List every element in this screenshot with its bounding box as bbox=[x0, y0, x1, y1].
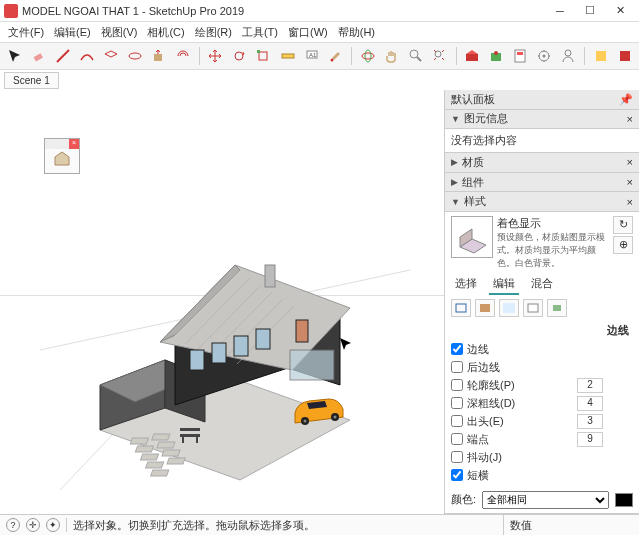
svg-point-33 bbox=[334, 416, 337, 419]
color-swatch[interactable] bbox=[615, 493, 633, 507]
panel-close-icon[interactable]: × bbox=[627, 156, 633, 168]
check-endpoints[interactable]: 端点9 bbox=[451, 432, 633, 447]
tab-mix[interactable]: 混合 bbox=[527, 274, 557, 295]
menu-draw[interactable]: 绘图(R) bbox=[191, 23, 236, 42]
measurements-label: 数值 bbox=[510, 518, 532, 533]
close-button[interactable]: ✕ bbox=[605, 2, 635, 20]
svg-point-10 bbox=[365, 50, 371, 62]
svg-rect-0 bbox=[33, 53, 42, 61]
svg-rect-3 bbox=[259, 52, 267, 60]
menu-view[interactable]: 视图(V) bbox=[97, 23, 142, 42]
materials-header[interactable]: ▶ 材质 × bbox=[445, 153, 639, 173]
svg-rect-51 bbox=[553, 305, 561, 311]
help-icon[interactable]: ? bbox=[6, 518, 20, 532]
face-settings-button[interactable] bbox=[475, 299, 495, 317]
orbit-tool[interactable] bbox=[357, 45, 378, 67]
app-logo bbox=[4, 4, 18, 18]
panel-close-icon[interactable]: × bbox=[627, 176, 633, 188]
maximize-button[interactable]: ☐ bbox=[575, 2, 605, 20]
svg-rect-26 bbox=[234, 336, 248, 356]
pushpull-tool[interactable] bbox=[149, 45, 170, 67]
check-back-edges[interactable]: 后边线 bbox=[451, 360, 633, 375]
style-thumbnail[interactable] bbox=[451, 216, 493, 258]
check-dashes[interactable]: 短横 bbox=[451, 468, 633, 483]
menu-help[interactable]: 帮助(H) bbox=[334, 23, 379, 42]
plugin-button-2[interactable] bbox=[614, 45, 635, 67]
warehouse-button[interactable] bbox=[462, 45, 483, 67]
svg-rect-40 bbox=[140, 454, 158, 460]
offset-tool[interactable] bbox=[173, 45, 194, 67]
line-tool[interactable] bbox=[52, 45, 73, 67]
tab-select[interactable]: 选择 bbox=[451, 274, 481, 295]
paint-tool[interactable] bbox=[325, 45, 346, 67]
styles-body: 着色显示 预设颜色，材质贴图显示模式。材质均显示为平均颜色。白色背景。 ↻ ⊕ … bbox=[445, 212, 639, 514]
svg-rect-36 bbox=[196, 437, 198, 443]
panel-close-icon[interactable]: × bbox=[627, 113, 633, 125]
check-extension[interactable]: 出头(E)3 bbox=[451, 414, 633, 429]
svg-rect-38 bbox=[130, 438, 148, 444]
entity-info-header[interactable]: ▼ 图元信息 × bbox=[445, 110, 639, 130]
viewport[interactable]: × bbox=[0, 90, 444, 514]
no-selection-text: 没有选择内容 bbox=[451, 134, 517, 146]
thumbnail-close-icon[interactable]: × bbox=[69, 139, 79, 149]
tape-tool[interactable] bbox=[277, 45, 298, 67]
svg-rect-27 bbox=[256, 329, 270, 349]
color-label: 颜色: bbox=[451, 492, 476, 507]
rotate-tool[interactable] bbox=[229, 45, 250, 67]
svg-rect-37 bbox=[180, 428, 200, 431]
zoom-tool[interactable] bbox=[405, 45, 426, 67]
check-jitter[interactable]: 抖动(J) bbox=[451, 450, 633, 465]
menu-file[interactable]: 文件(F) bbox=[4, 23, 48, 42]
entity-info-title: 图元信息 bbox=[464, 111, 508, 126]
minimize-button[interactable]: ─ bbox=[545, 2, 575, 20]
check-depth-cue[interactable]: 深粗线(D)4 bbox=[451, 396, 633, 411]
menu-tools[interactable]: 工具(T) bbox=[238, 23, 282, 42]
tray-panel: 默认面板 📌 ▼ 图元信息 × 没有选择内容 ▶ 材质 × ▶ 组件 × ▼ 样… bbox=[444, 90, 639, 514]
style-new-button[interactable]: ⊕ bbox=[613, 236, 633, 254]
check-edges[interactable]: 边线 bbox=[451, 342, 633, 357]
plugin-button-1[interactable] bbox=[590, 45, 611, 67]
window-title: MODEL NGOAI THAT 1 - SketchUp Pro 2019 bbox=[22, 5, 545, 17]
svg-rect-22 bbox=[620, 51, 630, 61]
circle-tool[interactable] bbox=[124, 45, 145, 67]
default-tray-header[interactable]: 默认面板 📌 bbox=[445, 90, 639, 110]
extension-manager-button[interactable] bbox=[534, 45, 555, 67]
svg-rect-13 bbox=[466, 54, 478, 61]
move-tool[interactable] bbox=[205, 45, 226, 67]
styles-header[interactable]: ▼ 样式 × bbox=[445, 192, 639, 212]
geo-icon[interactable]: ✛ bbox=[26, 518, 40, 532]
arc-tool[interactable] bbox=[76, 45, 97, 67]
select-tool[interactable] bbox=[4, 45, 25, 67]
component-thumbnail[interactable]: × bbox=[44, 138, 80, 174]
expand-arrow-icon: ▶ bbox=[451, 157, 458, 167]
rectangle-tool[interactable] bbox=[100, 45, 121, 67]
panel-close-icon[interactable]: × bbox=[627, 196, 633, 208]
svg-rect-45 bbox=[162, 450, 180, 456]
check-profiles[interactable]: 轮廓线(P)2 bbox=[451, 378, 633, 393]
menu-camera[interactable]: 相机(C) bbox=[143, 23, 188, 42]
credits-icon[interactable]: ✦ bbox=[46, 518, 60, 532]
svg-point-1 bbox=[129, 53, 141, 59]
edge-settings-button[interactable] bbox=[451, 299, 471, 317]
scene-tab-1[interactable]: Scene 1 bbox=[4, 72, 59, 89]
modeling-settings-button[interactable] bbox=[547, 299, 567, 317]
svg-rect-24 bbox=[190, 350, 204, 370]
components-header[interactable]: ▶ 组件 × bbox=[445, 173, 639, 193]
watermark-settings-button[interactable] bbox=[523, 299, 543, 317]
user-button[interactable] bbox=[558, 45, 579, 67]
eraser-tool[interactable] bbox=[28, 45, 49, 67]
tab-edit[interactable]: 编辑 bbox=[489, 274, 519, 295]
zoom-extents-tool[interactable] bbox=[430, 45, 451, 67]
menu-window[interactable]: 窗口(W) bbox=[284, 23, 332, 42]
layout-button[interactable] bbox=[510, 45, 531, 67]
menu-edit[interactable]: 编辑(E) bbox=[50, 23, 95, 42]
style-update-button[interactable]: ↻ bbox=[613, 216, 633, 234]
pan-tool[interactable] bbox=[381, 45, 402, 67]
background-settings-button[interactable] bbox=[499, 299, 519, 317]
scale-tool[interactable] bbox=[253, 45, 274, 67]
extension-warehouse-button[interactable] bbox=[486, 45, 507, 67]
svg-rect-49 bbox=[503, 303, 515, 313]
text-tool[interactable]: A1 bbox=[301, 45, 322, 67]
color-mode-select[interactable]: 全部相同 bbox=[482, 491, 609, 509]
pin-icon[interactable]: 📌 bbox=[619, 93, 633, 106]
